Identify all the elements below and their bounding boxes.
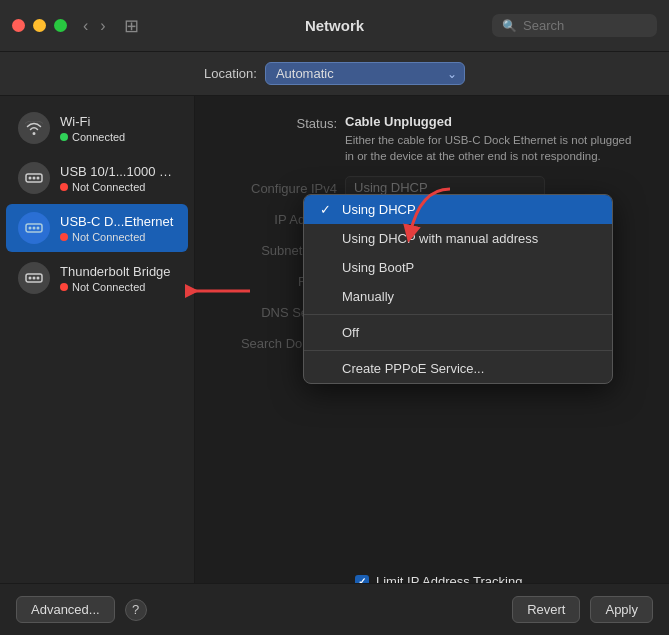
dropdown-pppoe-label: Create PPPoE Service... [342,361,484,376]
wifi-status-text: Connected [72,131,125,143]
svg-point-11 [37,277,40,280]
maximize-button[interactable] [54,19,67,32]
svg-point-6 [33,227,36,230]
status-row: Status: Cable Unplugged Either the cable… [215,114,649,164]
minimize-button[interactable] [33,19,46,32]
grid-button[interactable]: ⊞ [122,13,141,39]
main-content: Wi-Fi Connected [0,96,669,634]
tb-bridge-status: Not Connected [60,281,176,293]
wifi-name: Wi-Fi [60,114,176,129]
back-button[interactable]: ‹ [79,15,92,37]
wifi-icon [18,112,50,144]
svg-point-5 [29,227,32,230]
location-bar: Location: Automatic [0,52,669,96]
svg-point-2 [33,177,36,180]
dropdown-item-manually[interactable]: Manually [304,282,612,311]
status-desc: Either the cable for USB-C Dock Ethernet… [345,132,635,164]
svg-point-1 [29,177,32,180]
usb-lan-dot [60,183,68,191]
dropdown-manually-label: Manually [342,289,394,304]
content-area: Status: Cable Unplugged Either the cable… [195,96,669,634]
wifi-info: Wi-Fi Connected [60,114,176,143]
status-label: Status: [215,114,345,131]
usb-lan-name: USB 10/1...1000 LAN [60,164,176,179]
dropdown-off-label: Off [342,325,359,340]
titlebar: ‹ › ⊞ Network 🔍 [0,0,669,52]
tb-bridge-info: Thunderbolt Bridge Not Connected [60,264,176,293]
search-box: 🔍 [492,14,657,37]
help-button[interactable]: ? [125,599,147,621]
dropdown-dhcp-label: Using DHCP [342,202,416,217]
tb-bridge-name: Thunderbolt Bridge [60,264,176,279]
usbc-eth-dot [60,233,68,241]
location-label: Location: [204,66,257,81]
svg-point-9 [29,277,32,280]
location-select[interactable]: Automatic [265,62,465,85]
advanced-button[interactable]: Advanced... [16,596,115,623]
wifi-status-dot [60,133,68,141]
location-wrapper: Automatic [265,62,465,85]
tb-bridge-dot [60,283,68,291]
sidebar-item-usbc-eth[interactable]: USB-C D...Ethernet Not Connected [6,204,188,252]
usbc-eth-status-text: Not Connected [72,231,145,243]
revert-button[interactable]: Revert [512,596,580,623]
sidebar-item-usb-lan[interactable]: USB 10/1...1000 LAN Not Connected [6,154,188,202]
status-value: Cable Unplugged [345,114,635,129]
search-input[interactable] [523,18,647,33]
traffic-lights [12,19,67,32]
nav-arrows: ‹ › [79,15,110,37]
usbc-eth-status: Not Connected [60,231,176,243]
dropdown-item-bootp[interactable]: Using BootP [304,253,612,282]
close-button[interactable] [12,19,25,32]
usb-lan-status-text: Not Connected [72,181,145,193]
window-title: Network [305,17,364,34]
sidebar: Wi-Fi Connected [0,96,195,634]
usbc-eth-name: USB-C D...Ethernet [60,214,176,229]
sidebar-item-tb-bridge[interactable]: Thunderbolt Bridge Not Connected [6,254,188,302]
tb-bridge-icon [18,262,50,294]
dropdown-dhcp-manual-label: Using DHCP with manual address [342,231,538,246]
usb-lan-icon [18,162,50,194]
sidebar-item-wifi[interactable]: Wi-Fi Connected [6,104,188,152]
svg-point-10 [33,277,36,280]
configure-ipv4-dropdown: ✓ Using DHCP Using DHCP with manual addr… [303,194,613,384]
dropdown-separator-1 [304,314,612,315]
dropdown-item-dhcp[interactable]: ✓ Using DHCP [304,195,612,224]
apply-button[interactable]: Apply [590,596,653,623]
usb-lan-status: Not Connected [60,181,176,193]
bottom-bar: Advanced... ? Revert Apply [0,583,669,635]
usbc-eth-info: USB-C D...Ethernet Not Connected [60,214,176,243]
tb-bridge-status-text: Not Connected [72,281,145,293]
dropdown-item-off[interactable]: Off [304,318,612,347]
usb-lan-info: USB 10/1...1000 LAN Not Connected [60,164,176,193]
dropdown-item-dhcp-manual[interactable]: Using DHCP with manual address [304,224,612,253]
wifi-status: Connected [60,131,176,143]
search-icon: 🔍 [502,19,517,33]
dropdown-item-pppoe[interactable]: Create PPPoE Service... [304,354,612,383]
svg-point-3 [37,177,40,180]
network-list: Wi-Fi Connected [0,96,194,593]
dropdown-bootp-label: Using BootP [342,260,414,275]
check-icon: ✓ [320,202,338,217]
forward-button[interactable]: › [96,15,109,37]
usbc-eth-icon [18,212,50,244]
status-info: Cable Unplugged Either the cable for USB… [345,114,635,164]
svg-point-7 [37,227,40,230]
dropdown-separator-2 [304,350,612,351]
